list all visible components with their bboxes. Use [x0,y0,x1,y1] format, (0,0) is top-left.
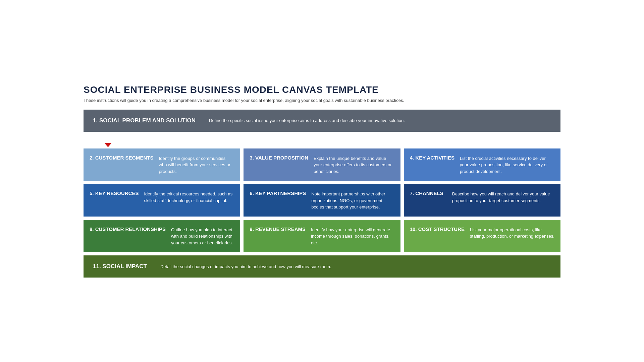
cost-structure-desc: List your major operational costs, like … [470,227,554,240]
row-2: 2. CUSTOMER SEGMENTS Identify the groups… [84,148,560,181]
social-impact-row: 11. SOCIAL IMPACT Detail the social chan… [84,255,560,278]
channels-label: 7. CHANNELS [410,190,447,197]
customer-relationships-label: 8. CUSTOMER RELATIONSHIPS [90,226,166,233]
revenue-streams-cell: 9. REVENUE STREAMS Identify how your ent… [244,220,400,252]
channels-desc: Describe how you will reach and deliver … [452,191,554,204]
social-problem-row: 1. SOCIAL PROBLEM AND SOLUTION Define th… [84,110,560,132]
key-partnerships-cell: 6. KEY PARTNERSHIPS Note important partn… [244,184,400,217]
customer-segments-cell: 2. CUSTOMER SEGMENTS Identify the groups… [84,148,240,181]
row-3: 5. KEY RESOURCES Identify the critical r… [84,184,560,217]
revenue-streams-desc: Identify how your enterprise will genera… [311,227,394,246]
canvas-wrapper: SOCIAL ENTERPRISE BUSINESS MODEL CANVAS … [74,75,570,288]
social-impact-label: 11. SOCIAL IMPACT [93,263,147,270]
customer-segments-desc: Identify the groups or communities who w… [159,155,234,175]
social-impact-desc: Detail the social changes or impacts you… [160,263,331,270]
value-proposition-label: 3. VALUE PROPOSITION [250,155,308,161]
key-activities-desc: List the crucial activities necessary to… [460,155,554,175]
main-title: SOCIAL ENTERPRISE BUSINESS MODEL CANVAS … [84,84,560,95]
key-partnerships-desc: Note important partnerships with other o… [311,191,394,210]
svg-marker-0 [104,135,112,147]
social-problem-desc: Define the specific social issue your en… [209,117,405,124]
key-partnerships-label: 6. KEY PARTNERSHIPS [250,190,306,197]
cost-structure-label: 10. COST STRUCTURE [410,226,465,233]
value-proposition-desc: Explain the unique benefits and value yo… [314,155,394,175]
key-activities-label: 4. KEY ACTIVITIES [410,155,454,161]
value-proposition-cell: 3. VALUE PROPOSITION Explain the unique … [244,148,400,181]
revenue-streams-label: 9. REVENUE STREAMS [250,226,306,233]
row-4: 8. CUSTOMER RELATIONSHIPS Outline how yo… [84,220,560,252]
arrow-down-1 [84,135,560,147]
key-resources-cell: 5. KEY RESOURCES Identify the critical r… [84,184,240,217]
customer-segments-label: 2. CUSTOMER SEGMENTS [90,155,154,161]
customer-relationships-desc: Outline how you plan to interact with an… [171,227,234,246]
key-resources-label: 5. KEY RESOURCES [90,190,139,197]
social-problem-label: 1. SOCIAL PROBLEM AND SOLUTION [93,117,196,124]
key-resources-desc: Identify the critical resources needed, … [144,191,234,204]
key-activities-cell: 4. KEY ACTIVITIES List the crucial activ… [404,148,560,181]
channels-cell: 7. CHANNELS Describe how you will reach … [404,184,560,217]
customer-relationships-cell: 8. CUSTOMER RELATIONSHIPS Outline how yo… [84,220,240,252]
cost-structure-cell: 10. COST STRUCTURE List your major opera… [404,220,560,252]
subtitle: These instructions will guide you in cre… [84,98,560,103]
